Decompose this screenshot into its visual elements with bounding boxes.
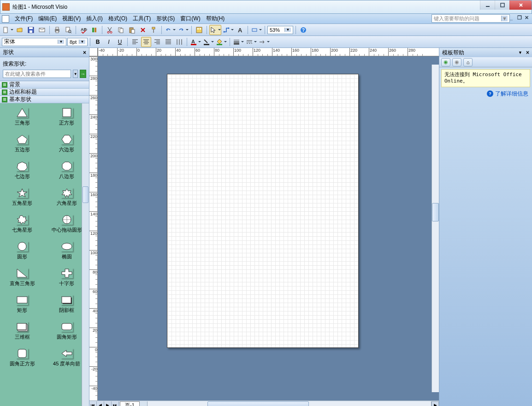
bold-button[interactable]: B (93, 37, 103, 47)
line-pattern-button[interactable] (245, 37, 257, 47)
stencil-icon (2, 97, 7, 102)
undo-button[interactable] (164, 25, 176, 35)
menu-view[interactable]: 视图(V) (59, 14, 83, 24)
shape-item[interactable]: 三角形 (0, 103, 45, 130)
help-back-button[interactable]: ◉ (441, 58, 450, 66)
shapes-scrollbar[interactable] (82, 103, 89, 406)
shape-item[interactable]: 七角星形 (0, 210, 45, 237)
help-home-button[interactable]: ⌂ (463, 58, 473, 66)
format-painter-button[interactable] (149, 25, 159, 35)
menu-window[interactable]: 窗口(W) (177, 14, 203, 24)
stencil-basic-shapes[interactable]: 基本形状 (0, 96, 89, 103)
save-button[interactable] (26, 25, 36, 35)
drawing-page[interactable] (167, 74, 359, 348)
new-button[interactable] (2, 25, 14, 35)
doc-restore-button[interactable]: ❐ (517, 15, 523, 20)
help-search-box[interactable]: 键入需要帮助的问题▼ (432, 14, 510, 23)
shape-item[interactable]: 五边形 (0, 130, 45, 157)
research-button[interactable] (89, 25, 100, 35)
align-justify-button[interactable] (163, 37, 173, 47)
svg-rect-57 (17, 323, 26, 330)
doc-minimize-button[interactable]: _ (510, 15, 515, 20)
menu-help[interactable]: 帮助(H) (203, 14, 228, 24)
italic-button[interactable]: I (104, 37, 114, 47)
svg-marker-53 (62, 269, 72, 277)
shape-item[interactable]: 三维框 (0, 317, 45, 344)
drawing-canvas[interactable] (98, 56, 439, 400)
line-ends-button[interactable] (258, 37, 270, 47)
help-panel-dropdown[interactable]: ▼ (518, 50, 522, 55)
shapes-panel-close-button[interactable]: × (83, 49, 86, 56)
vertical-scrollbar[interactable] (432, 65, 439, 392)
font-combo[interactable]: 宋体▼ (2, 38, 66, 46)
shape-item[interactable]: 五角星形 (0, 184, 45, 210)
doc-close-button[interactable]: ✕ (525, 15, 530, 20)
search-shapes-input[interactable] (3, 70, 71, 78)
menu-edit[interactable]: 编辑(E) (35, 14, 59, 24)
paste-button[interactable] (127, 25, 137, 35)
delete-button[interactable] (138, 25, 148, 35)
svg-marker-45 (62, 189, 72, 197)
horizontal-ruler[interactable]: -40-200204060801001201401601802002202402… (98, 48, 439, 56)
connector-tool-button[interactable] (222, 25, 234, 35)
email-button[interactable] (37, 25, 47, 35)
underline-button[interactable]: U (115, 37, 125, 47)
font-size-combo[interactable]: 8pt▼ (67, 38, 88, 46)
help-button[interactable]: ? (298, 25, 308, 35)
print-button[interactable] (52, 25, 62, 35)
redo-button[interactable] (177, 25, 189, 35)
menu-format[interactable]: 格式(O) (106, 14, 130, 24)
window-maximize-button[interactable] (495, 0, 509, 10)
copy-button[interactable] (116, 25, 126, 35)
page-nav-prev[interactable]: ◀ (97, 401, 104, 406)
help-panel-close-button[interactable]: × (526, 49, 529, 56)
page-tab[interactable]: 页-1 (120, 401, 140, 406)
line-color-button[interactable] (202, 37, 214, 47)
zoom-combo[interactable]: 53%▼ (267, 26, 293, 34)
menu-insert[interactable]: 插入(I) (83, 14, 105, 24)
fill-color-button[interactable] (215, 37, 227, 47)
page-nav-first[interactable]: ⏮ (89, 401, 97, 406)
window-minimize-button[interactable] (480, 0, 495, 10)
shape-item[interactable]: 直角三角形 (0, 264, 45, 291)
distribute-button[interactable] (174, 37, 184, 47)
window-close-button[interactable] (509, 0, 532, 10)
hscroll-right-button[interactable]: ▶ (432, 401, 439, 406)
page-nav-last[interactable]: ⏭ (112, 401, 119, 406)
search-go-button[interactable]: → (80, 70, 86, 78)
font-color-button[interactable]: A (189, 37, 201, 47)
text-tool-button[interactable]: A (235, 25, 245, 35)
shape-item[interactable]: 七边形 (0, 157, 45, 184)
shape-item[interactable]: 圆形 (0, 237, 45, 264)
line-weight-button[interactable] (232, 37, 244, 47)
canvas-area: -40-200204060801001201401601802002202402… (89, 48, 439, 406)
help-details-link[interactable]: ? 了解详细信息 (439, 89, 532, 99)
help-panel-title: 模板帮助 (442, 49, 464, 57)
svg-rect-22 (131, 30, 135, 33)
align-left-button[interactable] (130, 37, 140, 47)
print-preview-button[interactable] (63, 25, 73, 35)
menu-shape[interactable]: 形状(S) (154, 14, 177, 24)
shape-item[interactable]: 圆角正方形 (0, 344, 45, 371)
menu-file[interactable]: 文件(F) (12, 14, 35, 24)
vertical-ruler[interactable]: 3002802602402202001801601401201008060402… (89, 56, 98, 400)
page-nav-next[interactable]: ▶ (104, 401, 112, 406)
help-forward-button[interactable]: ◉ (452, 58, 461, 66)
align-right-button[interactable] (152, 37, 162, 47)
horizontal-scrollbar[interactable] (147, 401, 432, 406)
menu-tools[interactable]: 工具(T) (130, 14, 154, 24)
search-dropdown-button[interactable]: ▼ (73, 70, 78, 78)
open-button[interactable] (15, 25, 25, 35)
svg-point-16 (107, 31, 109, 33)
drawing-tools-button[interactable] (250, 25, 262, 35)
cut-button[interactable] (105, 25, 115, 35)
align-center-button[interactable] (141, 37, 151, 47)
shapes-window-button[interactable] (194, 25, 204, 35)
stencil-backgrounds[interactable]: 背景 (0, 81, 89, 89)
shape-item[interactable]: 矩形 (0, 291, 45, 317)
pointer-tool-button[interactable] (209, 25, 221, 35)
stencil-borders-titles[interactable]: 边框和标题 (0, 89, 89, 96)
svg-point-29 (228, 27, 230, 29)
control-menu-icon[interactable] (2, 15, 9, 23)
spelling-button[interactable]: ABC (78, 25, 89, 35)
